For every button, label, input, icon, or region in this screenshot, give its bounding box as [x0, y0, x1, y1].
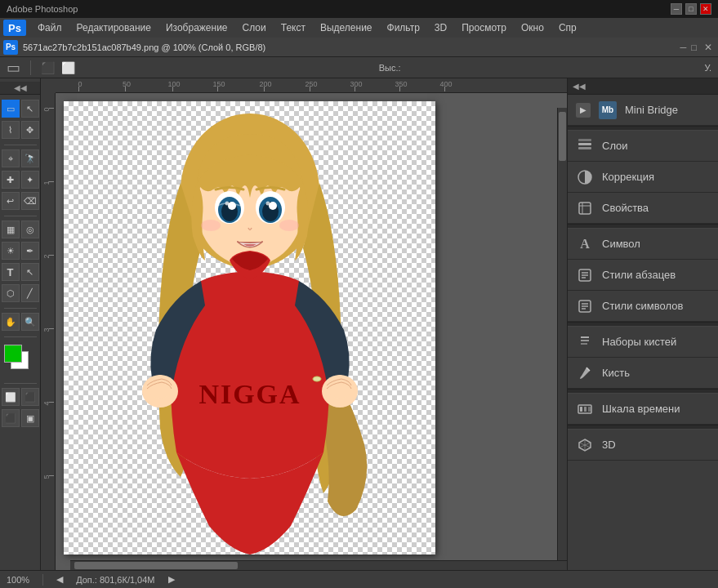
ps-logo: Ps	[3, 20, 26, 36]
panel-row-correction[interactable]: Коррекция	[568, 162, 718, 193]
zoom-tool[interactable]: 🔍	[21, 313, 39, 331]
panel-row-layers[interactable]: Слои	[568, 131, 718, 162]
screen-mode-btn[interactable]: ⬛	[2, 409, 20, 427]
tool-row-mask: ⬜ ⬛	[2, 388, 39, 406]
shape-tool[interactable]: ⬡	[2, 284, 20, 302]
panel-row-brush-sets[interactable]: Наборы кистей	[568, 327, 718, 358]
lasso-tool[interactable]: ⌇	[2, 121, 20, 139]
options-label-1: Выс.:	[379, 63, 401, 73]
ruler-v-tick-4	[49, 402, 54, 403]
panel-row-symbol[interactable]: A Символ	[568, 229, 718, 260]
zoom-value: 100%	[7, 575, 29, 585]
tab-minimize-icon[interactable]: ─	[680, 42, 687, 52]
menu-image[interactable]: Изображение	[159, 20, 234, 35]
crop-tool[interactable]: ⌖	[2, 149, 20, 167]
dodge-tool[interactable]: ☀	[2, 242, 20, 260]
title-bar-controls: ─ □ ✕	[671, 3, 711, 15]
vertical-ruler: 0 1 2 3 4 5	[41, 93, 56, 570]
tool-divider-5	[4, 383, 37, 384]
mini-bridge-play-icon[interactable]: ▶	[576, 103, 591, 118]
panel-row-properties[interactable]: Свойства	[568, 193, 718, 224]
heal-tool[interactable]: ✚	[2, 171, 20, 189]
pen-tool[interactable]: ✒	[21, 242, 39, 260]
vertical-scrollbar[interactable]	[557, 108, 567, 570]
tool-row-3: ⌖ 🔭	[2, 149, 39, 167]
text-tool[interactable]: T	[2, 263, 20, 281]
close-button[interactable]: ✕	[700, 3, 711, 15]
tab-bar: Ps 5671ac27b7c2b151ac087b49.png @ 100% (…	[0, 38, 718, 57]
mini-bridge-label: Mini Bridge	[625, 104, 710, 116]
left-toolbar: ◀◀ ▭ ↖ ⌇ ✥ ⌖ 🔭 ✚ ✦ ↩ ⌫ ▦ ◎ ☀ ✒	[0, 78, 41, 570]
quick-mask-btn[interactable]: ⬛	[21, 388, 39, 406]
canvas-image: NIGGA	[111, 101, 389, 555]
ruler-h-label-400: 400	[439, 80, 452, 88]
tool-row-1: ▭ ↖	[2, 100, 39, 118]
svg-text:NIGGA: NIGGA	[198, 379, 301, 409]
path-selection-tool[interactable]: ↖	[21, 263, 39, 281]
menu-view[interactable]: Просмотр	[455, 20, 513, 35]
brush-label: Кисть	[602, 367, 710, 379]
maximize-button[interactable]: □	[685, 3, 697, 15]
eyedropper-tool[interactable]: 🔭	[21, 149, 39, 167]
blur-tool[interactable]: ◎	[21, 220, 39, 238]
menu-text[interactable]: Текст	[274, 20, 312, 35]
ruler-h-tick-150	[217, 87, 218, 91]
gradient-tool[interactable]: ▦	[2, 220, 20, 238]
eraser-tool[interactable]: ⌫	[21, 192, 39, 210]
tab-ps-icon: Ps	[3, 40, 18, 55]
horizontal-scrollbar[interactable]	[70, 560, 567, 570]
svg-point-18	[313, 376, 321, 381]
tab-close-button[interactable]: ✕	[702, 41, 715, 54]
minimize-button[interactable]: ─	[671, 3, 682, 15]
vertical-scroll-thumb[interactable]	[559, 112, 566, 161]
stamp-tool[interactable]: ✦	[21, 171, 39, 189]
ruler-corner	[41, 78, 56, 93]
panel-row-brush[interactable]: Кисть	[568, 358, 718, 389]
menu-select[interactable]: Выделение	[314, 20, 379, 35]
ruler-h-label-150: 150	[212, 80, 225, 88]
panel-row-timeline[interactable]: Шкала времени	[568, 394, 718, 425]
menu-help[interactable]: Спр	[552, 20, 583, 35]
menu-layers[interactable]: Слои	[236, 20, 273, 35]
panel-items-list: ▶ Mb Mini Bridge Слои	[568, 95, 718, 570]
svg-point-13	[201, 220, 221, 231]
horizontal-scroll-thumb[interactable]	[74, 562, 238, 569]
menu-edit[interactable]: Редактирование	[70, 20, 158, 35]
toolbar-collapse-button[interactable]: ◀◀	[0, 82, 40, 95]
menu-file[interactable]: Файл	[31, 20, 69, 35]
marquee-tool[interactable]: ▭	[2, 100, 20, 118]
char-styles-label: Стили символов	[602, 300, 710, 312]
correction-icon	[576, 168, 594, 186]
canvas-viewport[interactable]: NIGGA	[56, 93, 567, 570]
menu-filter[interactable]: Фильтр	[381, 20, 426, 35]
tool-row-10: ✋ 🔍	[2, 313, 39, 331]
panel-row-mini-bridge[interactable]: ▶ Mb Mini Bridge	[568, 95, 718, 126]
tool-row-4: ✚ ✦	[2, 171, 39, 189]
panel-row-3d[interactable]: 3D	[568, 430, 718, 461]
foreground-color-swatch[interactable]	[4, 345, 22, 363]
hand-tool[interactable]: ✋	[2, 313, 20, 331]
tool-row-7: ☀ ✒	[2, 242, 39, 260]
svg-rect-23	[579, 203, 591, 214]
timeline-label: Шкала времени	[602, 403, 710, 415]
options-label-2: У.	[704, 63, 711, 73]
menu-window[interactable]: Окно	[515, 20, 551, 35]
history-brush-tool[interactable]: ↩	[2, 192, 20, 210]
tab-maximize-icon[interactable]: □	[691, 42, 697, 52]
tab-title: 5671ac27b7c2b151ac087b49.png @ 100% (Сло…	[23, 42, 680, 52]
panel-row-paragraph-styles[interactable]: Стили абзацев	[568, 260, 718, 291]
nav-arrow-left[interactable]: ◀	[56, 574, 63, 585]
panel-row-char-styles[interactable]: Стили символов	[568, 291, 718, 322]
standard-mode-btn[interactable]: ⬜	[2, 388, 20, 406]
line-tool[interactable]: ╱	[21, 284, 39, 302]
menu-3d[interactable]: 3D	[428, 20, 453, 35]
ruler-h-tick-400	[444, 87, 445, 91]
quick-select-tool[interactable]: ✥	[21, 121, 39, 139]
nav-arrow-right[interactable]: ▶	[168, 574, 175, 585]
panel-collapse-icon[interactable]: ◀◀	[573, 82, 586, 91]
ruler-v-tick-1	[49, 181, 54, 182]
frame-btn[interactable]: ▣	[21, 409, 39, 427]
svg-rect-20	[578, 147, 591, 149]
move-tool[interactable]: ↖	[21, 100, 39, 118]
ruler-h-label-350: 350	[395, 80, 407, 88]
